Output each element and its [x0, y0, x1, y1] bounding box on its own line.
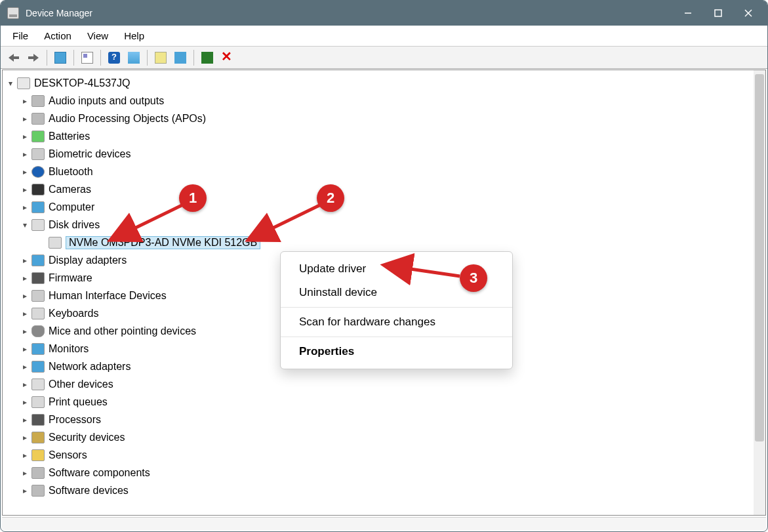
toolbar-separator	[47, 50, 47, 66]
svg-rect-1	[715, 10, 721, 16]
tree-node-batteries[interactable]: Batteries	[5, 127, 765, 145]
tree-node-biometric[interactable]: Biometric devices	[5, 145, 765, 163]
keyboard-icon	[31, 308, 45, 319]
minimize-button[interactable]	[673, 1, 703, 26]
app-icon	[7, 7, 19, 19]
sensor-icon	[31, 449, 45, 461]
window-title: Device Manager	[26, 8, 673, 18]
enable-device-button[interactable]	[198, 49, 216, 66]
other-icon	[31, 379, 45, 390]
tree-node-soft-devices[interactable]: Software devices	[5, 481, 765, 499]
toolbar: ? ✕	[1, 47, 767, 69]
network-icon	[31, 361, 45, 373]
tree-label: Keyboards	[49, 308, 99, 319]
tree-label: Network adapters	[49, 361, 131, 373]
annotation-badge-1: 1	[179, 184, 207, 212]
annotation-badge-3: 3	[460, 264, 487, 292]
tree-label: Disk drives	[49, 219, 100, 231]
tree-node-cameras[interactable]: Cameras	[5, 180, 765, 198]
monitor-icon	[31, 343, 45, 355]
close-button[interactable]	[733, 1, 763, 26]
tree-label: Batteries	[49, 131, 90, 142]
status-bar	[2, 517, 766, 530]
tree-label: Biometric devices	[49, 148, 131, 160]
chip-icon	[31, 272, 45, 284]
disk-icon	[31, 219, 45, 231]
svg-marker-5	[28, 54, 39, 62]
tree-label: Human Interface Devices	[49, 290, 167, 302]
tree-node-soft-components[interactable]: Software components	[5, 464, 765, 481]
show-hide-console-button[interactable]	[51, 49, 70, 66]
menu-view[interactable]: View	[79, 28, 116, 44]
tree-label: Other devices	[49, 379, 113, 390]
vertical-scrollbar[interactable]	[754, 70, 765, 515]
help-button[interactable]: ?	[105, 49, 123, 66]
cpu-icon	[31, 414, 45, 426]
tree-node-bluetooth[interactable]: Bluetooth	[5, 163, 765, 180]
tree-label-selected: NVMe OM3PDP3-AD NVMe KDI 512GB	[66, 236, 260, 249]
maximize-button[interactable]	[703, 1, 733, 26]
security-icon	[31, 432, 45, 443]
menu-item-properties[interactable]: Properties	[281, 340, 512, 363]
update-driver-button[interactable]	[152, 49, 170, 66]
disk-icon	[49, 237, 62, 249]
scrollbar-thumb[interactable]	[755, 74, 764, 441]
tree-node-audio-io[interactable]: Audio inputs and outputs	[5, 92, 765, 110]
device-icon	[31, 485, 45, 497]
computer-icon	[17, 77, 30, 89]
display-adapter-icon	[31, 255, 45, 266]
mouse-icon	[31, 325, 45, 337]
menu-help[interactable]: Help	[116, 28, 152, 44]
toolbar-separator	[147, 50, 148, 66]
scan-hardware-button[interactable]	[171, 49, 190, 66]
printer-icon	[31, 396, 45, 408]
menu-file[interactable]: File	[5, 28, 36, 44]
tree-node-computer[interactable]: Computer	[5, 198, 765, 216]
component-icon	[31, 467, 45, 479]
tree-label: Processors	[49, 414, 101, 426]
tree-node-print[interactable]: Print queues	[5, 393, 765, 411]
nav-forward-button[interactable]	[24, 49, 43, 66]
tree-node-other[interactable]: Other devices	[5, 375, 765, 393]
biometric-icon	[31, 148, 45, 160]
tree-node-processors[interactable]: Processors	[5, 411, 765, 428]
monitor-icon	[31, 201, 45, 213]
tree-label: Computer	[49, 201, 94, 213]
camera-icon	[31, 184, 45, 195]
tree-label: Bluetooth	[49, 166, 93, 178]
tree-node-disk-drives[interactable]: Disk drives	[5, 216, 765, 234]
tree-label: Security devices	[49, 432, 125, 443]
tree-label: Audio inputs and outputs	[49, 95, 164, 107]
properties-button[interactable]	[78, 49, 96, 66]
annotation-badge-2: 2	[317, 184, 344, 212]
speaker-icon	[31, 113, 45, 125]
tree-label: Software devices	[49, 485, 129, 497]
action-button[interactable]	[125, 49, 143, 66]
menu-separator	[281, 307, 512, 308]
toolbar-separator	[73, 50, 74, 66]
bluetooth-icon	[31, 166, 45, 178]
tree-node-disk0[interactable]: NVMe OM3PDP3-AD NVMe KDI 512GB	[5, 234, 765, 251]
tree-label: Software components	[49, 467, 150, 479]
toolbar-separator	[100, 50, 101, 66]
uninstall-device-button[interactable]: ✕	[218, 49, 236, 66]
tree-node-sensors[interactable]: Sensors	[5, 446, 765, 464]
svg-marker-4	[9, 54, 19, 62]
tree-label: Mice and other pointing devices	[49, 325, 196, 337]
speaker-icon	[31, 95, 45, 107]
tree-node-audio-apo[interactable]: Audio Processing Objects (APOs)	[5, 110, 765, 127]
menu-action[interactable]: Action	[36, 28, 79, 44]
tree-root[interactable]: DESKTOP-4L537JQ	[5, 74, 765, 92]
menu-bar: File Action View Help	[1, 26, 767, 47]
tree-label: Print queues	[49, 396, 108, 408]
tree-label: Sensors	[49, 449, 87, 461]
menu-item-scan-hardware[interactable]: Scan for hardware changes	[281, 310, 512, 334]
tree-label: Cameras	[49, 184, 91, 195]
tree-label: Audio Processing Objects (APOs)	[49, 113, 206, 125]
nav-back-button[interactable]	[5, 49, 23, 66]
toolbar-separator	[193, 50, 194, 66]
title-bar: Device Manager	[1, 1, 767, 26]
tree-label: Monitors	[49, 343, 89, 355]
tree-label: Firmware	[49, 272, 92, 284]
tree-node-security[interactable]: Security devices	[5, 428, 765, 446]
